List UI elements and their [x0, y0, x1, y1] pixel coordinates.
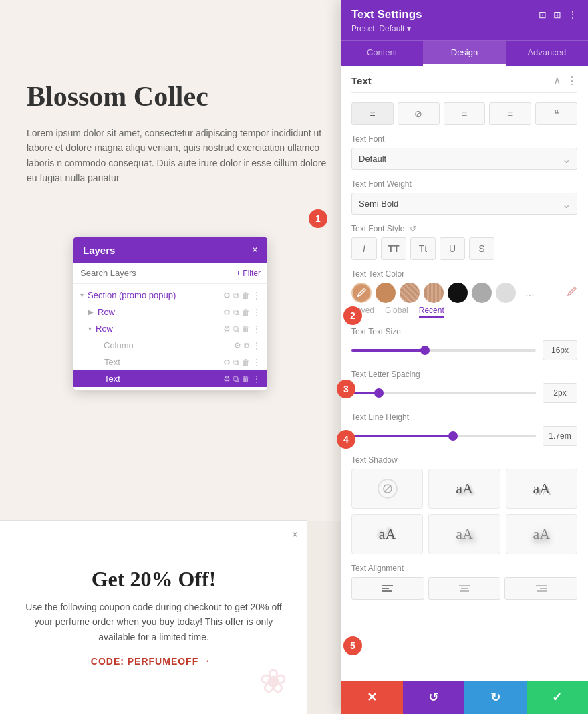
align-left-icon [382, 584, 393, 592]
color-swatch-brown[interactable] [376, 283, 396, 303]
text-section-header: Text ∧ ⋮ [351, 66, 577, 93]
more-icon[interactable]: ⋮ [253, 308, 261, 317]
shadow-option-5[interactable]: aA [506, 514, 577, 554]
text-line-height-value[interactable]: 1.7em [543, 426, 577, 446]
gear-icon[interactable]: ⚙ [223, 291, 231, 300]
popup-title: Get 20% Off! [92, 567, 216, 592]
gear-icon[interactable]: ⚙ [223, 324, 231, 334]
gear-icon[interactable]: ⚙ [223, 374, 231, 384]
copy-icon[interactable]: ⧉ [233, 374, 239, 384]
shadow-option-1[interactable]: aA [428, 469, 500, 509]
underline-button[interactable]: U [440, 237, 465, 260]
layer-item-section[interactable]: ▾ Section (promo popup) ⚙ ⧉ 🗑 ⋮ [74, 287, 267, 304]
tab-design[interactable]: Design [423, 41, 505, 66]
layer-item-row1[interactable]: ▶ Row ⚙ ⧉ 🗑 ⋮ [74, 304, 267, 320]
uppercase-button[interactable]: TT [381, 237, 406, 260]
text-align-right-button[interactable] [504, 577, 577, 600]
tab-content[interactable]: Content [341, 41, 423, 66]
copy-icon[interactable]: ⧉ [233, 291, 239, 300]
text-align-center-button[interactable] [428, 577, 501, 600]
align-clear-button[interactable]: ⊘ [398, 102, 440, 125]
text-align-left-button[interactable] [351, 577, 424, 600]
align-center-button[interactable]: ≡ [444, 102, 486, 125]
layer-item-text1[interactable]: Text ⚙ ⧉ 🗑 ⋮ [74, 354, 267, 370]
color-swatch-gray[interactable] [472, 283, 492, 303]
color-swatch-pattern2[interactable] [424, 283, 444, 303]
save-button[interactable]: ✓ [527, 681, 589, 714]
panel-preset[interactable]: Preset: Default ▾ [351, 24, 577, 33]
more-options-icon[interactable]: ⋮ [568, 9, 577, 20]
reset-font-style-icon[interactable]: ↺ [410, 224, 416, 233]
strikethrough-button[interactable]: S [469, 237, 494, 260]
more-icon[interactable]: ⋮ [253, 291, 261, 300]
slider-thumb-spacing[interactable] [374, 388, 384, 398]
layer-item-column[interactable]: ▾ Column ⚙ ⧉ ⋮ [74, 337, 267, 354]
text-font-weight-select[interactable]: Semi Bold [351, 193, 577, 215]
color-tab-recent[interactable]: Recent [419, 306, 444, 318]
capitalize-button[interactable]: Tt [410, 237, 436, 260]
gear-icon[interactable]: ⚙ [223, 308, 231, 317]
more-icon[interactable]: ⋮ [253, 324, 261, 334]
text-font-style-label: Text Font Style [351, 224, 404, 233]
shadow-option-4[interactable]: aA [428, 514, 500, 554]
color-tab-global[interactable]: Global [385, 306, 408, 318]
trash-icon[interactable]: 🗑 [242, 358, 250, 367]
layers-close-button[interactable]: × [252, 244, 258, 256]
shadow-option-3[interactable]: aA [351, 514, 423, 554]
more-icon[interactable]: ⋮ [567, 74, 577, 87]
trash-icon[interactable]: 🗑 [242, 324, 250, 334]
layer-item-row2[interactable]: ▾ Row ⚙ ⧉ 🗑 ⋮ [74, 320, 267, 337]
cancel-button[interactable]: ✕ [341, 681, 403, 714]
text-font-select[interactable]: Default [351, 148, 577, 170]
color-picker-button[interactable] [351, 283, 372, 303]
redo-button[interactable]: ↻ [464, 681, 527, 714]
layers-search-input[interactable] [80, 268, 236, 278]
text-size-value[interactable]: 16px [543, 340, 577, 360]
text-letter-spacing-value[interactable]: 2px [543, 383, 577, 403]
trash-icon[interactable]: 🗑 [242, 308, 250, 317]
shadow-option-2[interactable]: aA [506, 469, 577, 509]
color-swatch-black[interactable] [448, 283, 468, 303]
collapse-icon[interactable]: ∧ [553, 74, 561, 87]
text-letter-spacing-slider[interactable] [351, 392, 536, 394]
undo-button[interactable]: ↺ [403, 681, 465, 714]
align-center-icon [459, 584, 470, 592]
copy-icon[interactable]: ⧉ [233, 358, 239, 367]
shadow-none[interactable] [351, 469, 423, 509]
copy-icon[interactable]: ⧉ [233, 308, 239, 317]
more-colors-button[interactable]: ... [520, 283, 540, 303]
layer-item-actions-column: ⚙ ⧉ ⋮ [234, 341, 261, 350]
copy-icon[interactable]: ⧉ [244, 341, 250, 350]
align-right-button[interactable]: ≡ [489, 102, 531, 125]
color-swatch-light[interactable] [496, 283, 516, 303]
slider-thumb-lh[interactable] [448, 431, 458, 441]
more-icon[interactable]: ⋮ [253, 358, 261, 367]
align-left-button[interactable]: ≡ [351, 102, 394, 125]
text-section-title: Text [351, 75, 372, 86]
fullscreen-icon[interactable]: ⊡ [539, 9, 547, 20]
edit-color-button[interactable] [567, 286, 577, 300]
tab-advanced[interactable]: Advanced [506, 41, 588, 66]
more-icon[interactable]: ⋮ [253, 341, 261, 350]
text-settings-panel: Text Settings ⊡ ⊞ ⋮ Preset: Default ▾ Co… [341, 0, 588, 714]
text-size-slider[interactable] [351, 349, 536, 352]
panel-bottom-bar: ✕ ↺ ↻ ✓ [341, 681, 588, 714]
layers-filter-button[interactable]: + Filter [236, 269, 261, 278]
panel-header-icons: ⊡ ⊞ ⋮ [539, 9, 577, 20]
popup-code: CODE: PERFUMEOFF ← [91, 654, 216, 668]
copy-icon[interactable]: ⧉ [233, 324, 239, 334]
text-line-height-slider[interactable] [351, 435, 536, 437]
italic-button[interactable]: I [351, 237, 377, 260]
grid-icon[interactable]: ⊞ [553, 9, 561, 20]
slider-thumb[interactable] [420, 346, 430, 355]
trash-icon[interactable]: 🗑 [242, 291, 250, 300]
more-icon[interactable]: ⋮ [253, 374, 261, 384]
color-swatch-pattern1[interactable] [400, 283, 420, 303]
align-quote-button[interactable]: ❝ [535, 102, 577, 125]
gear-icon[interactable]: ⚙ [234, 341, 241, 350]
trash-icon[interactable]: 🗑 [242, 374, 250, 384]
gear-icon[interactable]: ⚙ [223, 358, 231, 367]
eyedropper-icon [357, 288, 366, 298]
layer-item-text2-active[interactable]: Text ⚙ ⧉ 🗑 ⋮ [74, 370, 267, 387]
popup-close-button[interactable]: × [292, 529, 298, 541]
